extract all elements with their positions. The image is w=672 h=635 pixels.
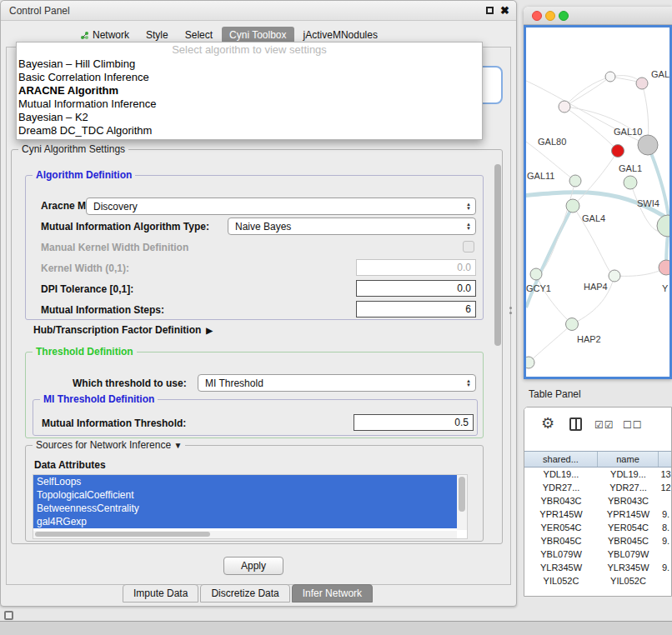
column-header-shared[interactable]: shared... xyxy=(524,452,598,467)
control-panel-titlebar[interactable]: Control Panel ✖ xyxy=(1,1,516,21)
column-header-name[interactable]: name xyxy=(598,452,659,467)
tab-infer-network[interactable]: Infer Network xyxy=(292,584,373,602)
which-threshold-combo[interactable]: MI Threshold ▲▼ xyxy=(198,374,476,392)
cell: YDL19... xyxy=(524,468,598,481)
table-panel-label: Table Panel xyxy=(529,388,581,400)
panel-splitter-handle[interactable] xyxy=(509,307,512,309)
cell xyxy=(659,574,671,588)
table-row[interactable]: YDL19... YDL19... 13 xyxy=(524,468,671,481)
network-window-titlebar[interactable] xyxy=(524,7,672,25)
tab-label: Style xyxy=(146,29,168,41)
table-row[interactable]: YLR345W YLR345W 9. xyxy=(524,561,671,574)
combo-arrows-icon: ▲▼ xyxy=(466,202,471,211)
node-gcy1[interactable] xyxy=(530,268,542,280)
settings-scrollbar[interactable] xyxy=(494,159,501,539)
node-label: Y xyxy=(662,283,669,293)
table-row[interactable]: YBL079W YBL079W xyxy=(524,548,671,561)
aracne-mode-combo[interactable]: Discovery ▲▼ xyxy=(86,198,476,215)
node-gal10[interactable] xyxy=(638,135,658,155)
node-label: HAP2 xyxy=(577,334,601,344)
list-item[interactable]: SelfLoops xyxy=(33,475,457,488)
tab-discretize-data[interactable]: Discretize Data xyxy=(200,584,289,602)
collapsed-panel-icon[interactable] xyxy=(4,611,13,620)
table-row[interactable]: YIL052C YIL052C xyxy=(524,574,671,588)
zoom-traffic-light[interactable] xyxy=(559,11,569,21)
table-row[interactable]: YER054C YER054C 8. xyxy=(524,521,671,534)
mi-type-combo[interactable]: Naive Bayes ▲▼ xyxy=(228,218,476,235)
table-row[interactable]: YDR27... YDR27... 12 xyxy=(524,481,671,494)
dropdown-item[interactable]: Basic Correlation Inference xyxy=(17,71,482,84)
scrollbar-thumb[interactable] xyxy=(35,532,210,537)
kernel-width-input[interactable] xyxy=(356,259,476,276)
tab-style[interactable]: Style xyxy=(138,27,176,43)
node-label: HAP4 xyxy=(584,282,608,292)
list-item[interactable]: gal4RGexp xyxy=(33,515,457,528)
tab-select[interactable]: Select xyxy=(178,27,220,43)
node-unnamed[interactable] xyxy=(526,357,534,368)
edge xyxy=(564,77,610,107)
node-gal11[interactable] xyxy=(569,175,581,187)
minimize-traffic-light[interactable] xyxy=(545,11,555,21)
dropdown-item[interactable]: Dream8 DC_TDC Algorithm xyxy=(17,124,482,138)
scrollbar-thumb[interactable] xyxy=(494,164,501,346)
columns-icon[interactable] xyxy=(569,418,582,431)
column-header-cut[interactable] xyxy=(659,452,672,467)
combo-arrows-icon: ▲▼ xyxy=(466,222,471,231)
list-item[interactable]: TopologicalCoefficient xyxy=(33,488,457,502)
node-unnamed[interactable] xyxy=(605,72,615,82)
cell: 9. xyxy=(659,534,671,548)
tab-impute-data[interactable]: Impute Data xyxy=(123,584,198,602)
dpi-tolerance-input[interactable] xyxy=(356,280,476,297)
dropdown-item[interactable]: Bayesian – Hill Climbing xyxy=(17,58,482,71)
cell: 8. xyxy=(659,521,671,534)
dropdown-item[interactable]: Bayesian – K2 xyxy=(17,111,482,124)
edge xyxy=(529,324,572,362)
node-hap2[interactable] xyxy=(566,318,579,331)
expand-right-icon: ▶ xyxy=(206,326,213,335)
close-icon[interactable]: ✖ xyxy=(500,4,509,17)
listbox-horizontal-scrollbar[interactable] xyxy=(33,531,457,538)
restore-icon[interactable] xyxy=(486,7,494,14)
mi-threshold-input[interactable] xyxy=(354,414,474,431)
gear-icon[interactable]: ⚙ xyxy=(541,414,554,432)
dropdown-item[interactable]: Mutual Information Inference xyxy=(17,98,482,111)
node-swi4[interactable] xyxy=(657,215,669,237)
cell: YLR345W xyxy=(598,561,659,574)
mi-steps-input[interactable] xyxy=(356,301,476,318)
combo-value: MI Threshold xyxy=(205,378,263,389)
cell xyxy=(659,494,671,508)
manual-kernel-checkbox[interactable] xyxy=(463,241,474,252)
table-panel-window: ⚙ ☑☑ ☐☐ shared... name YDL19... YDL19...… xyxy=(524,407,672,597)
sources-title[interactable]: Sources for Network Inference ▼ xyxy=(33,439,185,451)
node-label: GAL8 xyxy=(651,69,669,79)
apply-button[interactable]: Apply xyxy=(223,557,283,575)
close-traffic-light[interactable] xyxy=(532,11,542,21)
cell: YER054C xyxy=(524,521,598,534)
listbox-vertical-scrollbar[interactable] xyxy=(457,475,467,530)
deselect-all-icon[interactable]: ☐☐ xyxy=(623,419,643,431)
tab-cyni-toolbox[interactable]: Cyni Toolbox xyxy=(222,27,293,43)
node-gal80[interactable] xyxy=(559,101,570,112)
cyni-algorithm-settings-group: Cyni Algorithm Settings Algorithm Defini… xyxy=(11,149,503,544)
node-pink[interactable] xyxy=(659,260,669,275)
node-gal1[interactable] xyxy=(624,176,637,189)
node-red[interactable] xyxy=(612,145,624,158)
node-gal8[interactable] xyxy=(636,78,648,89)
network-canvas[interactable]: GAL8 GAL80 GAL10 GAL11 GAL1 SWI4 GAL4 GC… xyxy=(526,28,669,377)
table-row[interactable]: YBR045C YBR045C 9. xyxy=(524,534,671,548)
tab-network[interactable]: Network xyxy=(73,27,137,43)
node-hap4[interactable] xyxy=(609,270,620,282)
scrollbar-thumb[interactable] xyxy=(459,477,465,512)
dropdown-item-selected[interactable]: ARACNE Algorithm xyxy=(17,84,482,98)
manual-kernel-label: Manual Kernel Width Definition xyxy=(41,242,188,253)
table-row[interactable]: YPR145W YPR145W 9. xyxy=(524,508,671,521)
select-all-icon[interactable]: ☑☑ xyxy=(594,419,614,431)
list-item[interactable]: BetweennessCentrality xyxy=(33,502,457,515)
node-label: GAL11 xyxy=(527,171,554,181)
table-row[interactable]: YBR043C YBR043C xyxy=(524,494,671,508)
node-gal4[interactable] xyxy=(566,199,579,212)
table-toolbar: ⚙ ☑☑ ☐☐ xyxy=(524,408,671,449)
hub-transcription-expander[interactable]: Hub/Transcription Factor Definition ▶ xyxy=(33,324,213,336)
node-label: GAL10 xyxy=(614,127,642,137)
tab-jactivemnodules[interactable]: jActiveMNodules xyxy=(296,27,385,43)
